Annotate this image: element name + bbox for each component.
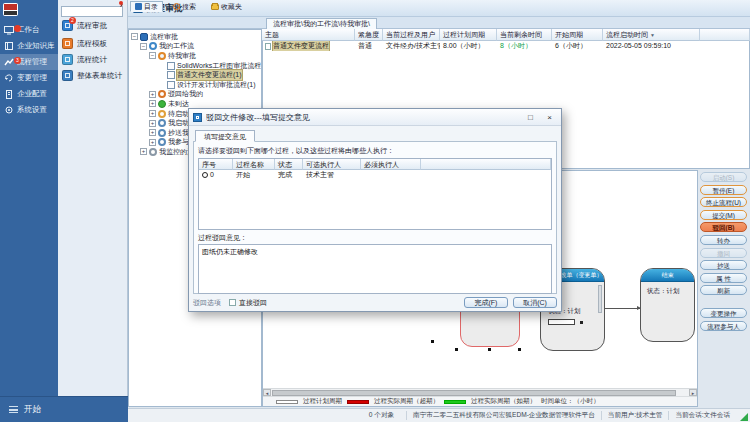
tree-expander[interactable]: + <box>149 139 156 146</box>
tree-doc-icon <box>167 62 175 70</box>
action-2-button[interactable]: 暂停(E) <box>700 185 747 195</box>
maximize-button[interactable]: □ <box>523 111 538 123</box>
sidebar-item-label: 企业知识库 <box>17 41 55 51</box>
sidebar-item-4[interactable]: 变更管理 <box>0 70 58 86</box>
sidebar-item-2[interactable]: 企业知识库 <box>0 38 58 54</box>
tree-expander[interactable]: + <box>149 100 156 107</box>
column-header-7[interactable]: 流程启动时间▼ <box>603 29 700 41</box>
node-scrollbar[interactable] <box>598 285 602 313</box>
launcher-item-1[interactable]: 2流程审批 <box>62 20 107 31</box>
tab-strip <box>128 17 750 29</box>
action-6-button[interactable]: 转办 <box>700 235 747 245</box>
flow-node-status: 状态：计划 <box>647 287 680 296</box>
selection-handle[interactable] <box>455 348 458 351</box>
sidebar-item-1[interactable]: 工作台 <box>0 22 58 38</box>
tree-item[interactable]: +驳回给我的 <box>129 90 261 100</box>
legend-plan-label: 过程计划周期 <box>303 397 342 406</box>
tree-item[interactable]: −待我审批 <box>129 51 261 61</box>
column-header-6[interactable]: 开始周期 <box>552 29 603 41</box>
dialog-column-1: 序号 <box>199 159 233 170</box>
table-row[interactable]: 普通文件变更流程普通文件经办/技术主管8.00（小时）8（小时）6（小时）202… <box>262 41 750 51</box>
cell-4[interactable]: 8.00（小时） <box>440 41 497 51</box>
tree-tab-1[interactable]: 目录 <box>130 1 163 12</box>
selection-handle[interactable] <box>488 348 491 351</box>
scroll-left-arrow[interactable]: ◂ <box>263 389 271 396</box>
column-header-2[interactable]: 紧急度 <box>355 29 383 41</box>
dialog-table-row[interactable]: 0开始完成技术主管 <box>199 170 551 180</box>
selection-handle[interactable] <box>431 340 434 343</box>
direct-reject-checkbox[interactable] <box>229 299 236 306</box>
action-extra-1-button[interactable]: 变更操作 <box>700 308 747 318</box>
horizontal-scrollbar[interactable]: ◂ ▸ <box>263 388 697 396</box>
tree-item[interactable]: −我的工作流 <box>129 42 261 52</box>
tree-expander[interactable]: + <box>140 148 147 155</box>
sidebar-item-6[interactable]: 系统设置 <box>0 102 58 118</box>
tree-reject-icon <box>158 90 166 98</box>
action-3-button[interactable]: 终止流程(U) <box>700 197 747 207</box>
notification-badge: 2 <box>69 17 76 24</box>
flow-node-end[interactable]: 结束 状态：计划 <box>640 268 695 342</box>
action-4-button[interactable]: 提交(M) <box>700 210 747 220</box>
column-header-4[interactable]: 过程计划周期 <box>440 29 497 41</box>
cancel-button[interactable]: 取消(C) <box>513 297 557 308</box>
tree-item-label: 待启动 <box>168 109 189 119</box>
legend-ontime-swatch <box>444 400 466 404</box>
tree-root-icon <box>140 33 148 41</box>
sidebar-item-3[interactable]: 3流程管理 <box>0 54 58 70</box>
cell-6[interactable]: 6（小时） <box>552 41 603 51</box>
action-extra-2-button[interactable]: 流程参与人 <box>700 321 747 331</box>
radio-selected-icon[interactable] <box>202 172 208 178</box>
tree-blue-icon <box>158 119 166 127</box>
tree-expander[interactable]: + <box>149 110 156 117</box>
launcher-item-3[interactable]: 流程统计 <box>62 54 107 65</box>
cell-1[interactable]: 普通文件变更流程 <box>262 41 355 51</box>
cell-7[interactable]: 2022-05-05 09:59:10 <box>603 41 700 51</box>
tree-expander[interactable]: − <box>140 43 147 50</box>
column-header-1[interactable]: 主题 <box>262 29 355 41</box>
flow-connector-arrow <box>605 308 640 309</box>
tree-expander[interactable]: + <box>149 129 156 136</box>
action-9-button[interactable]: 属 性 <box>700 273 747 283</box>
sidebar-item-label: 企业配置 <box>17 89 47 99</box>
selection-handle[interactable] <box>518 348 521 351</box>
tree-expander[interactable]: − <box>131 33 138 40</box>
start-bar[interactable]: 开始 <box>0 396 128 422</box>
tree-doc-icon <box>167 71 175 79</box>
dialog-column-3: 状态 <box>275 159 303 170</box>
action-8-button[interactable]: 抄送 <box>700 260 747 270</box>
object-count: 0 个对象 <box>369 411 394 420</box>
scroll-right-arrow[interactable]: ▸ <box>689 389 697 396</box>
legend-ontime-label: 过程实际周期（如期） <box>471 397 536 406</box>
tree-item[interactable]: −流程审批 <box>129 32 261 42</box>
tree-item[interactable]: 普通文件变更流程(1) <box>129 70 261 80</box>
tree-item[interactable]: 设计开发计划审批流程(1) <box>129 80 261 90</box>
tree-item[interactable]: SolidWorks工程图审批流程(1) <box>129 61 261 71</box>
close-button[interactable]: × <box>542 111 557 123</box>
opinion-textarea[interactable]: 图纸仍未正确修改 <box>198 244 552 294</box>
finish-button[interactable]: 完成(F) <box>464 297 508 308</box>
tree-item-label: SolidWorks工程图审批流程(1) <box>177 61 262 71</box>
search-input[interactable] <box>61 6 123 17</box>
tree-expander[interactable]: + <box>149 120 156 127</box>
tree-tab-3[interactable]: 收藏夹 <box>206 1 247 12</box>
column-header-3[interactable]: 当前过程及用户 <box>383 29 440 41</box>
action-5-button[interactable]: 驳回(B) <box>700 222 747 232</box>
dialog-tab[interactable]: 填写提交意见 <box>195 130 255 142</box>
cell-2[interactable]: 普通 <box>355 41 383 51</box>
action-10-button[interactable]: 刷新 <box>700 285 747 295</box>
tree-expander[interactable]: − <box>149 52 156 59</box>
sidebar-menu: 工作台企业知识库3流程管理变更管理企业配置系统设置 <box>0 22 58 118</box>
tree-tab-2[interactable]: 搜索 <box>168 1 201 12</box>
building-icon <box>4 89 14 99</box>
sidebar-item-5[interactable]: 企业配置 <box>0 86 58 102</box>
cell-3[interactable]: 文件经办/技术主管 <box>383 41 440 51</box>
cell-5[interactable]: 8（小时） <box>497 41 552 51</box>
column-header-5[interactable]: 当前剩余时间 <box>497 29 552 41</box>
launcher-item-4[interactable]: 整体表单统计 <box>62 70 122 81</box>
sort-indicator: ▼ <box>650 32 655 38</box>
launcher-item-2[interactable]: 流程模板 <box>62 38 107 49</box>
pin-icon[interactable] <box>118 1 124 7</box>
path-tab[interactable]: 流程审批\我的工作流\待我审批\ <box>266 18 377 29</box>
tree-expander[interactable]: + <box>149 91 156 98</box>
resize-grip[interactable] <box>740 413 748 421</box>
